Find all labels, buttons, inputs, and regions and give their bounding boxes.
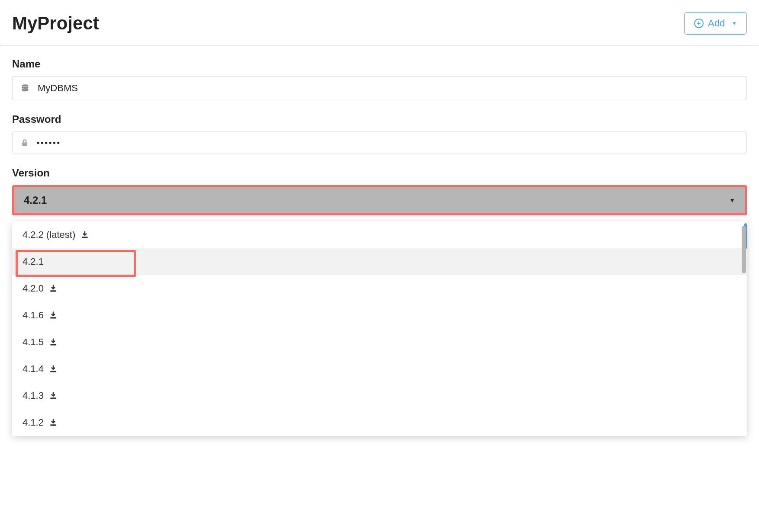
download-icon bbox=[49, 418, 58, 427]
download-icon bbox=[49, 391, 58, 400]
password-input-wrap[interactable]: •••••• bbox=[12, 131, 747, 154]
svg-rect-2 bbox=[22, 142, 27, 146]
download-icon bbox=[49, 284, 58, 293]
name-label: Name bbox=[12, 58, 747, 70]
svg-rect-5 bbox=[50, 317, 56, 318]
password-input[interactable]: •••••• bbox=[37, 138, 739, 147]
plus-circle-icon: + bbox=[694, 19, 704, 28]
caret-down-icon: ▼ bbox=[729, 197, 735, 204]
scrollbar[interactable] bbox=[741, 221, 747, 436]
version-option-label: 4.1.5 bbox=[23, 337, 44, 348]
download-icon bbox=[49, 338, 58, 346]
version-option-label: 4.1.4 bbox=[23, 363, 44, 375]
version-option-label: 4.1.2 bbox=[23, 417, 44, 428]
header: MyProject + Add ▼ bbox=[0, 0, 759, 45]
version-option[interactable]: 4.1.4 bbox=[12, 356, 747, 382]
version-option-label: 4.2.2 (latest) bbox=[23, 229, 75, 240]
password-field: Password •••••• bbox=[12, 113, 747, 154]
version-option[interactable]: 4.2.2 (latest) bbox=[12, 221, 747, 248]
svg-rect-7 bbox=[50, 371, 56, 372]
version-option-label: 4.1.6 bbox=[23, 310, 44, 321]
form-area: Name Password bbox=[0, 46, 759, 215]
svg-rect-3 bbox=[82, 237, 88, 238]
version-option[interactable]: 4.1.3 bbox=[12, 382, 747, 409]
version-option[interactable]: 4.1.6 bbox=[12, 302, 747, 329]
version-field: Version 4.2.1 ▼ bbox=[12, 167, 747, 215]
version-option[interactable]: 4.1.5 bbox=[12, 329, 747, 356]
version-option[interactable]: 4.2.0 bbox=[12, 275, 747, 302]
scrollbar-thumb[interactable] bbox=[742, 226, 746, 273]
name-input-wrap[interactable] bbox=[12, 76, 747, 100]
version-select-highlight: 4.2.1 ▼ bbox=[12, 185, 747, 215]
lock-icon bbox=[20, 138, 29, 147]
project-title: MyProject bbox=[12, 13, 99, 34]
download-icon bbox=[49, 365, 58, 373]
password-label: Password bbox=[12, 113, 747, 125]
svg-rect-8 bbox=[50, 397, 56, 399]
version-select[interactable]: 4.2.1 ▼ bbox=[14, 187, 745, 213]
version-option[interactable]: 4.1.2 bbox=[12, 409, 747, 436]
name-field: Name bbox=[12, 58, 747, 100]
version-option-label: 4.2.1 bbox=[23, 256, 44, 267]
version-dropdown: 4.2.2 (latest)4.2.14.2.04.1.64.1.54.1.44… bbox=[12, 221, 747, 436]
add-button-label: Add bbox=[708, 18, 725, 29]
download-icon bbox=[49, 311, 58, 320]
svg-rect-9 bbox=[50, 424, 56, 426]
version-option[interactable]: 4.2.1 bbox=[12, 248, 747, 275]
svg-rect-6 bbox=[50, 344, 56, 345]
chevron-down-icon: ▼ bbox=[732, 20, 737, 26]
add-button[interactable]: + Add ▼ bbox=[684, 12, 747, 35]
svg-rect-4 bbox=[50, 290, 56, 292]
version-option-label: 4.1.3 bbox=[23, 390, 44, 401]
database-icon bbox=[20, 83, 30, 93]
version-dropdown-list[interactable]: 4.2.2 (latest)4.2.14.2.04.1.64.1.54.1.44… bbox=[12, 221, 747, 436]
version-label: Version bbox=[12, 167, 747, 179]
version-select-value: 4.2.1 bbox=[24, 194, 47, 206]
version-option-label: 4.2.0 bbox=[23, 283, 44, 294]
name-input[interactable] bbox=[38, 83, 739, 94]
download-icon bbox=[80, 231, 89, 239]
